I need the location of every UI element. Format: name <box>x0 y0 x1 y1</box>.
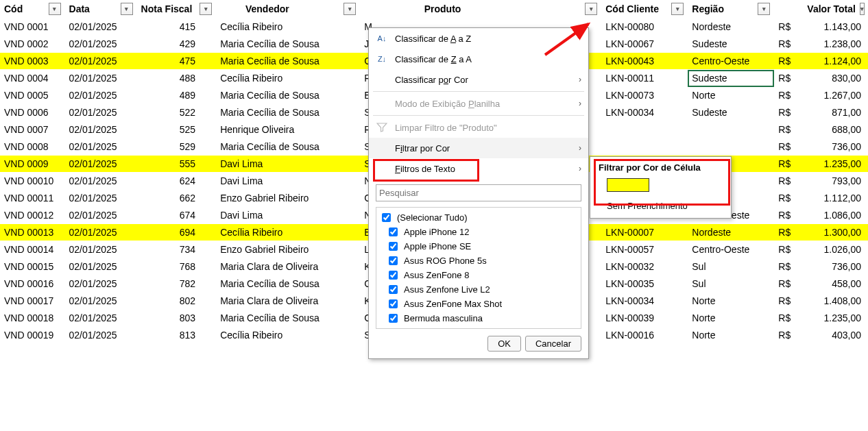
cell[interactable]: 525 <box>137 121 217 138</box>
cell[interactable]: Maria Cecília de Sousa <box>216 310 360 327</box>
cell[interactable]: LKN-00032 <box>601 258 688 275</box>
cell[interactable] <box>688 121 774 138</box>
cell[interactable]: VND 0006 <box>0 104 65 121</box>
cell[interactable]: VND 00014 <box>0 241 65 258</box>
cell[interactable]: Sul <box>688 258 774 275</box>
filter-button-produto[interactable]: ▾ <box>585 3 597 15</box>
cell[interactable]: 02/01/2025 <box>65 156 137 173</box>
cell[interactable]: 555 <box>137 156 217 173</box>
cell[interactable]: 1.026,00 <box>803 241 868 258</box>
cell[interactable]: LKN-00073 <box>601 87 688 104</box>
menu-sort-by-color[interactable]: Classificar por Cor › <box>369 69 588 90</box>
cell[interactable]: 02/01/2025 <box>65 293 137 310</box>
cell[interactable]: Sul <box>688 275 774 293</box>
filter-item-checkbox[interactable] <box>389 227 398 236</box>
cell[interactable]: R$ <box>774 275 803 293</box>
cell[interactable]: VND 0005 <box>0 87 65 104</box>
cell[interactable]: LKN-00007 <box>601 224 688 241</box>
cell[interactable]: Sudeste <box>688 70 774 87</box>
cell[interactable]: 736,00 <box>803 138 868 156</box>
filter-item-checkbox[interactable] <box>389 299 398 308</box>
cell[interactable]: R$ <box>774 258 803 275</box>
cell[interactable]: LKN-00043 <box>601 53 688 70</box>
filter-item-checkbox[interactable] <box>389 256 398 265</box>
filter-value-list[interactable]: (Selecionar Tudo)Apple iPhone 12Apple iP… <box>376 207 581 329</box>
cell[interactable]: Davi Lima <box>216 207 360 224</box>
cell[interactable]: VND 0007 <box>0 121 65 138</box>
cell[interactable]: 768 <box>137 258 217 275</box>
cell[interactable]: Maria Cecília de Sousa <box>216 138 360 156</box>
cell[interactable]: LKN-00057 <box>601 241 688 258</box>
cell[interactable]: 02/01/2025 <box>65 190 137 207</box>
cell[interactable]: 02/01/2025 <box>65 310 137 327</box>
cell[interactable]: Norte <box>688 293 774 310</box>
cell[interactable]: Davi Lima <box>216 156 360 173</box>
cell[interactable] <box>688 138 774 156</box>
cell[interactable]: Maria Cecília de Sousa <box>216 53 360 70</box>
cell[interactable]: 522 <box>137 104 217 121</box>
filter-item[interactable]: Apple iPhone SE <box>379 239 578 254</box>
cell[interactable]: Sudeste <box>688 36 774 53</box>
cell[interactable]: R$ <box>774 241 803 258</box>
cell[interactable]: 02/01/2025 <box>65 104 137 121</box>
cell[interactable]: 02/01/2025 <box>65 121 137 138</box>
cell[interactable]: R$ <box>774 207 803 224</box>
cell[interactable]: Maria Clara de Oliveira <box>216 258 360 275</box>
cell[interactable]: Davi Lima <box>216 173 360 190</box>
cell[interactable]: 1.238,00 <box>803 36 868 53</box>
cell[interactable]: VND 0004 <box>0 70 65 87</box>
filter-button-cod[interactable]: ▾ <box>49 3 61 15</box>
cell[interactable]: R$ <box>774 156 803 173</box>
cell[interactable]: 02/01/2025 <box>65 258 137 275</box>
cell[interactable]: 475 <box>137 53 217 70</box>
cell[interactable]: VND 0001 <box>0 19 65 36</box>
cell[interactable]: LKN-00011 <box>601 70 688 87</box>
cell[interactable]: 793,00 <box>803 173 868 190</box>
cell[interactable]: 802 <box>137 293 217 310</box>
cell[interactable]: VND 0009 <box>0 156 65 173</box>
cell[interactable]: VND 0002 <box>0 36 65 53</box>
cell[interactable]: Cecília Ribeiro <box>216 327 360 344</box>
filter-button-valor[interactable]: ▾ <box>860 3 865 15</box>
cell[interactable]: 458,00 <box>803 275 868 293</box>
cell[interactable]: R$ <box>774 138 803 156</box>
cell[interactable]: Enzo Gabriel Ribeiro <box>216 190 360 207</box>
cell[interactable]: VND 0008 <box>0 138 65 156</box>
menu-filter-by-color[interactable]: Filtrar por Cor › <box>369 138 588 158</box>
cell[interactable]: 688,00 <box>803 121 868 138</box>
cell[interactable]: Enzo Gabriel Ribeiro <box>216 241 360 258</box>
cell[interactable] <box>601 121 688 138</box>
cell[interactable]: Cecília Ribeiro <box>216 70 360 87</box>
cell[interactable]: Maria Cecília de Sousa <box>216 275 360 293</box>
cell[interactable]: 830,00 <box>803 70 868 87</box>
cell[interactable]: VND 00016 <box>0 275 65 293</box>
cell[interactable]: LKN-00034 <box>601 104 688 121</box>
cell[interactable]: 803 <box>137 310 217 327</box>
cell[interactable]: VND 00017 <box>0 293 65 310</box>
cell[interactable]: Norte <box>688 310 774 327</box>
filter-item-checkbox[interactable] <box>389 242 398 251</box>
cell[interactable]: 1.235,00 <box>803 156 868 173</box>
cell[interactable]: Nordeste <box>688 19 774 36</box>
cell[interactable]: 02/01/2025 <box>65 36 137 53</box>
cell[interactable]: 674 <box>137 207 217 224</box>
cell[interactable]: Maria Cecília de Sousa <box>216 87 360 104</box>
cell[interactable]: 736,00 <box>803 258 868 275</box>
cell[interactable]: VND 00019 <box>0 327 65 344</box>
filter-button-regiao[interactable]: ▾ <box>758 3 770 15</box>
cell[interactable] <box>601 138 688 156</box>
cell[interactable]: Cecília Ribeiro <box>216 19 360 36</box>
cell[interactable]: 1.408,00 <box>803 293 868 310</box>
cell[interactable]: R$ <box>774 19 803 36</box>
filter-item[interactable]: Apple iPhone 12 <box>379 225 578 239</box>
filter-item-checkbox[interactable] <box>389 271 398 280</box>
cell[interactable]: 1.143,00 <box>803 19 868 36</box>
cell[interactable]: Maria Clara de Oliveira <box>216 293 360 310</box>
cell[interactable]: 1.300,00 <box>803 224 868 241</box>
cell[interactable]: 489 <box>137 87 217 104</box>
cell[interactable]: LKN-00034 <box>601 293 688 310</box>
cell[interactable]: 02/01/2025 <box>65 87 137 104</box>
cell[interactable]: Nordeste <box>688 224 774 241</box>
cell[interactable]: 02/01/2025 <box>65 241 137 258</box>
cell[interactable]: R$ <box>774 310 803 327</box>
